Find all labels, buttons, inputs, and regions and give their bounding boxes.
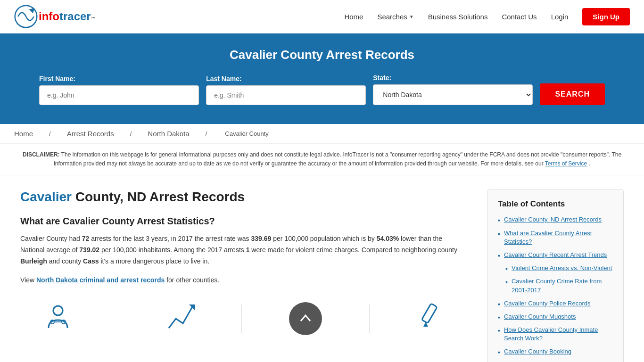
toc-item: Cavalier County Booking (498, 347, 613, 356)
toc-link[interactable]: Cavalier County Booking (504, 347, 571, 356)
arrest-rate: 339.69 (251, 235, 272, 242)
divider1 (119, 304, 119, 333)
icon-trend (166, 302, 195, 335)
toc-link[interactable]: Cavalier County Recent Arrest Trends (504, 251, 607, 259)
toc-box: Table of Contents Cavalier County, ND Ar… (487, 189, 624, 362)
nav-searches[interactable]: Searches ▼ (377, 13, 413, 21)
toc-item: Violent Crime Arrests vs. Non-Violent (498, 264, 613, 272)
main-nav: Home Searches ▼ Business Solutions Conta… (344, 8, 630, 25)
search-button[interactable]: SEARCH (540, 83, 605, 105)
first-name-label: First Name: (39, 75, 199, 82)
arrests-count: 72 (82, 235, 90, 242)
icon-pen (416, 302, 445, 335)
nav-contact-us[interactable]: Contact Us (502, 13, 537, 21)
para-mid4: per 100,000 inhabitants. Among the 2017 … (99, 246, 246, 254)
para-end: it's a more dangerous place to live in. (99, 257, 210, 265)
pen-icon (416, 302, 445, 330)
disclaimer-bold: DISCLAIMER: (23, 151, 60, 158)
toc-link[interactable]: How Does Cavalier County Inmate Search W… (504, 326, 613, 343)
breadcrumb-sep3: / (206, 130, 207, 137)
svg-point-1 (53, 306, 63, 315)
icon-arrest (44, 302, 72, 335)
toc-link[interactable]: Cavalier County Crime Rate from 2001-201… (512, 277, 613, 294)
toc-item: What are Cavalier County Arrest Statisti… (498, 229, 613, 246)
toc-link[interactable]: Cavalier County, ND Arrest Records (504, 215, 602, 224)
toc-link[interactable]: Cavalier County Police Records (504, 299, 591, 308)
national-avg: 739.02 (79, 246, 99, 254)
toc-item: How Does Cavalier County Inmate Search W… (498, 326, 613, 343)
toc-item: Cavalier County Recent Arrest Trends (498, 251, 613, 259)
lower-pct: 54.03% (377, 235, 399, 242)
toc-link[interactable]: What are Cavalier County Arrest Statisti… (504, 229, 613, 246)
breadcrumb-home[interactable]: Home (14, 130, 33, 138)
link-post: for other counties. (165, 276, 219, 284)
breadcrumb-cavalier-county: Cavalier County (225, 130, 269, 137)
chevron-down-icon: ▼ (409, 14, 414, 19)
tos-link[interactable]: Terms of Service (545, 160, 587, 167)
icon-circle-up (289, 302, 322, 335)
heading-rest: County, ND Arrest Records (72, 189, 245, 204)
svg-marker-5 (189, 304, 195, 310)
stats-paragraph: Cavalier County had 72 arrests for the l… (20, 233, 468, 267)
para-mid2: per 100,000 population which is by (271, 235, 376, 242)
divider3 (369, 304, 370, 333)
logo-tracer: tracer (59, 10, 91, 23)
para-pre: Cavalier County had (20, 235, 82, 242)
signup-button[interactable]: Sign Up (582, 8, 630, 25)
icon-row (20, 297, 468, 335)
toc-link[interactable]: Violent Crime Arrests vs. Non-Violent (512, 264, 612, 272)
heading-highlight: Cavalier (20, 189, 72, 204)
divider2 (241, 304, 242, 333)
toc-item: Cavalier County Mugshots (498, 313, 613, 321)
toc-heading: Table of Contents (498, 199, 613, 209)
logo: infotracer™ (14, 5, 96, 28)
site-header: infotracer™ Home Searches ▼ Business Sol… (0, 0, 644, 33)
main-content: Cavalier County, ND Arrest Records What … (1, 175, 643, 362)
last-name-label: Last Name: (206, 75, 366, 82)
nav-business-solutions[interactable]: Business Solutions (428, 13, 488, 21)
article-heading: Cavalier County, ND Arrest Records (20, 189, 468, 205)
up-arrow-icon (298, 312, 313, 326)
state-field: State: North Dakota Alabama Alaska Arizo… (373, 74, 533, 105)
county-link-para: View North Dakota criminal and arrest re… (20, 275, 468, 286)
breadcrumb-sep2: / (130, 130, 132, 137)
county1: Burleigh (20, 257, 47, 265)
toc-item: Cavalier County Police Records (498, 299, 613, 308)
hero-section: Cavalier County Arrest Records First Nam… (0, 33, 644, 124)
last-name-input[interactable] (206, 85, 366, 105)
para-mid1: arrests for the last 3 years, in 2017 th… (89, 235, 251, 242)
breadcrumb-arrest-records[interactable]: Arrest Records (67, 130, 114, 138)
state-label: State: (373, 74, 533, 82)
svg-rect-6 (421, 304, 437, 323)
disclaimer: DISCLAIMER: The information on this webp… (0, 144, 644, 175)
toc-item: Cavalier County, ND Arrest Records (498, 215, 613, 224)
first-name-input[interactable] (39, 85, 199, 105)
breadcrumb-sep1: / (49, 130, 51, 137)
page-title: Cavalier County Arrest Records (19, 48, 625, 62)
content-area: Cavalier County, ND Arrest Records What … (11, 175, 482, 362)
stats-heading: What are Cavalier County Arrest Statisti… (20, 216, 468, 227)
breadcrumb: Home / Arrest Records / North Dakota / C… (0, 124, 644, 144)
search-form: First Name: Last Name: State: North Dako… (39, 74, 605, 105)
toc-list: Cavalier County, ND Arrest RecordsWhat a… (498, 215, 613, 362)
para-mid6: and county (47, 257, 83, 265)
disclaimer-suffix: . (589, 160, 590, 167)
breadcrumb-north-dakota[interactable]: North Dakota (148, 130, 189, 138)
disclaimer-text: The information on this webpage is for g… (54, 151, 621, 167)
state-select[interactable]: North Dakota Alabama Alaska Arizona Cali… (373, 84, 533, 105)
link-pre: View (20, 276, 36, 284)
logo-info: info (39, 10, 59, 23)
arrest-icon (44, 302, 72, 330)
trend-icon (166, 302, 195, 330)
last-name-field: Last Name: (206, 75, 366, 105)
nav-home[interactable]: Home (344, 13, 363, 21)
county2: Cass (83, 257, 99, 265)
sidebar: Table of Contents Cavalier County, ND Ar… (482, 175, 633, 362)
logo-icon (14, 5, 38, 28)
first-name-field: First Name: (39, 75, 199, 105)
toc-link[interactable]: Cavalier County Mugshots (504, 313, 576, 321)
para-mid5: were made for violent crime charges. Com… (249, 246, 457, 254)
login-button[interactable]: Login (551, 13, 569, 21)
nd-records-link[interactable]: North Dakota criminal and arrest records (36, 276, 165, 284)
toc-item: Cavalier County Crime Rate from 2001-201… (498, 277, 613, 294)
